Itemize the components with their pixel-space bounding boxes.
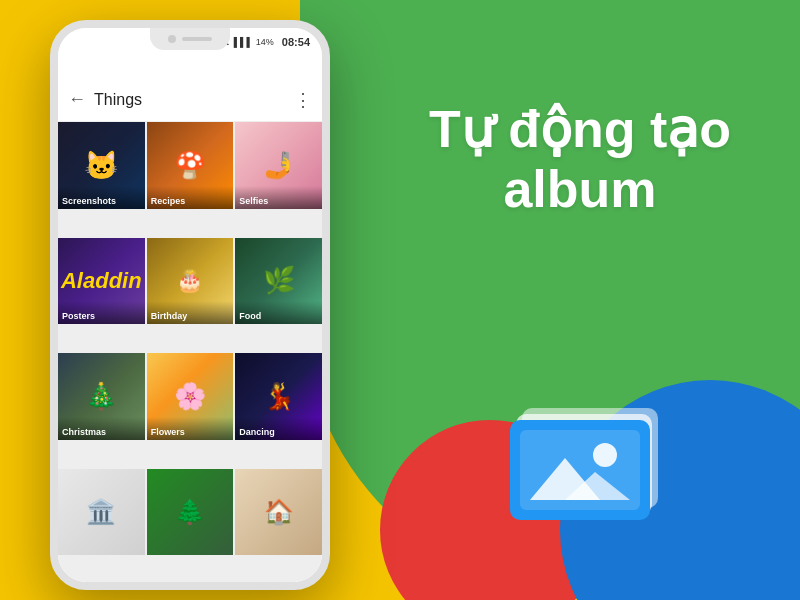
grid-label-posters: Posters	[58, 301, 145, 324]
extra3-decoration: 🏠	[235, 469, 322, 556]
photo-grid: 🐱Screenshots🍄Recipes🤳SelfiesAladdinPoste…	[58, 122, 322, 582]
headline: Tự động tạo album	[420, 100, 740, 220]
clock: 08:54	[282, 36, 310, 48]
phone-notch	[150, 28, 230, 50]
grid-item-extra3[interactable]: 🏠	[235, 469, 322, 556]
signal-icon: ▌▌▌	[234, 37, 253, 47]
phone: ▲ ▌▌▌ 14% 08:54 ← Things ⋮ 🐱Screenshots🍄…	[50, 20, 330, 590]
extra2-decoration: 🌲	[147, 469, 234, 556]
header-title: Things	[94, 91, 286, 109]
grid-item-christmas[interactable]: 🎄Christmas	[58, 353, 145, 440]
headline-line2: album	[503, 160, 656, 218]
extra1-decoration: 🏛️	[58, 469, 145, 556]
grid-item-extra1[interactable]: 🏛️	[58, 469, 145, 556]
grid-item-food[interactable]: 🌿Food	[235, 238, 322, 325]
grid-label-food: Food	[235, 301, 322, 324]
grid-label-dancing: Dancing	[235, 417, 322, 440]
speaker	[182, 37, 212, 41]
grid-label-recipes: Recipes	[147, 186, 234, 209]
header-bar: ← Things ⋮	[58, 78, 322, 122]
grid-item-dancing[interactable]: 💃Dancing	[235, 353, 322, 440]
battery-label: 14%	[256, 37, 274, 47]
grid-item-recipes[interactable]: 🍄Recipes	[147, 122, 234, 209]
svg-point-4	[593, 443, 617, 467]
grid-item-selfies[interactable]: 🤳Selfies	[235, 122, 322, 209]
album-icon	[510, 400, 670, 530]
grid-item-birthday[interactable]: 🎂Birthday	[147, 238, 234, 325]
more-button[interactable]: ⋮	[294, 89, 312, 111]
headline-line1: Tự động tạo	[429, 100, 731, 158]
grid-label-christmas: Christmas	[58, 417, 145, 440]
grid-label-flowers: Flowers	[147, 417, 234, 440]
grid-label-screenshots: Screenshots	[58, 186, 145, 209]
grid-label-selfies: Selfies	[235, 186, 322, 209]
grid-item-posters[interactable]: AladdinPosters	[58, 238, 145, 325]
grid-label-birthday: Birthday	[147, 301, 234, 324]
camera	[168, 35, 176, 43]
grid-item-screenshots[interactable]: 🐱Screenshots	[58, 122, 145, 209]
back-button[interactable]: ←	[68, 89, 86, 110]
phone-inner: ▲ ▌▌▌ 14% 08:54 ← Things ⋮ 🐱Screenshots🍄…	[58, 28, 322, 582]
grid-item-extra2[interactable]: 🌲	[147, 469, 234, 556]
album-icon-container	[510, 400, 670, 540]
grid-item-flowers[interactable]: 🌸Flowers	[147, 353, 234, 440]
right-content: Tự động tạo album	[420, 100, 740, 220]
